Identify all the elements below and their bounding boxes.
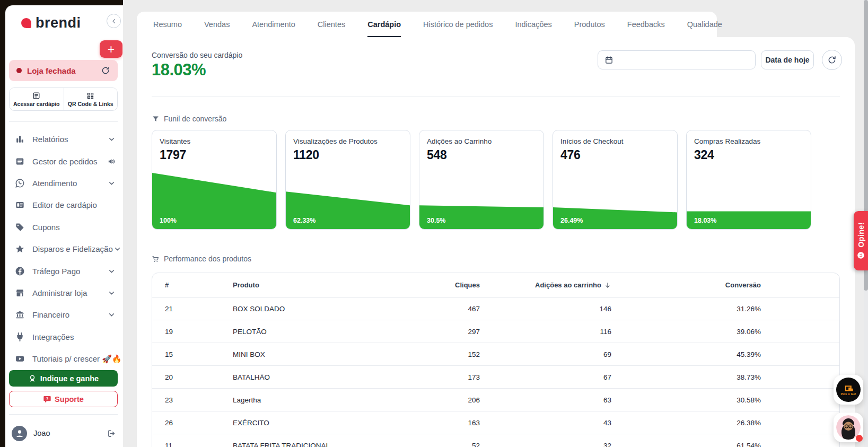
tab-vendas[interactable]: Vendas	[193, 12, 241, 37]
sidebar-item-relatrios[interactable]: Relatórios	[5, 128, 123, 150]
sidebar-header: brendi	[5, 14, 123, 32]
products-table: # Produto Cliques Adições ao carrinho Co…	[152, 273, 840, 447]
refresh-status-icon[interactable]	[101, 66, 110, 75]
support-agent-widget[interactable]	[834, 413, 863, 442]
opine-tab-content: Opine!	[854, 211, 868, 270]
user-name: Joao	[33, 429, 50, 437]
refresh-icon	[827, 55, 837, 65]
sidebar-item-atendimento[interactable]: Atendimento	[5, 172, 123, 194]
cell-rank: 26	[152, 419, 223, 427]
column-header-conversion[interactable]: Conversão	[616, 281, 765, 289]
tab-historico-de-pedidos[interactable]: Histórico de pedidos	[412, 12, 504, 37]
support-button[interactable]: ? Suporte	[9, 391, 118, 407]
table-row[interactable]: 19 PELOTÃO 297 116 39.06%	[152, 320, 839, 343]
cell-cart-adds: 63	[484, 396, 616, 404]
cell-product: PELOTÃO	[223, 328, 372, 336]
cell-clicks: 52	[372, 442, 484, 447]
tab-qualidade[interactable]: Qualidade	[676, 12, 733, 37]
sidebar-item-label: Integrações	[32, 332, 74, 341]
funnel-step-card[interactable]: Visitantes 1797 100%	[152, 130, 277, 230]
pickngo-chat-widget[interactable]: Pick n Go!	[834, 375, 863, 405]
tab-cardapio[interactable]: Cardápio	[356, 12, 412, 37]
sidebar-item-integraes[interactable]: Integrações	[5, 326, 123, 348]
cell-rank: 20	[152, 373, 223, 381]
funnel-section-title: Funil de conversão	[152, 115, 226, 123]
brendi-logo-text: brendi	[36, 15, 81, 31]
conversion-funnel: Visitantes 1797 100% Visualizações de Pr…	[152, 130, 811, 230]
table-row[interactable]: 20 BATALHÃO 173 67 38.73%	[152, 366, 839, 389]
sort-descending-icon[interactable]	[604, 282, 611, 289]
cell-product: MINI BOX	[223, 350, 372, 358]
date-range-picker[interactable]	[598, 50, 756, 69]
access-menu-button[interactable]: Acessar cardápio	[10, 88, 64, 110]
cell-product: BATALHÃO	[223, 373, 372, 381]
store-icon	[15, 288, 25, 298]
cell-conversion: 61.54%	[616, 442, 765, 447]
sidebar-item-administrar-loja[interactable]: Administrar loja	[5, 282, 123, 304]
sidebar-item-trfego-pago[interactable]: Tráfego Pago	[5, 260, 123, 282]
cardapio-report-panel: Conversão do seu cardápio 18.03% Data de…	[137, 37, 855, 447]
refer-and-earn-button[interactable]: Indique e ganhe	[9, 370, 118, 387]
sidebar-item-editor-de-cardpio[interactable]: Editor de cardápio	[5, 194, 123, 216]
funnel-step-card[interactable]: Visualizações de Produtos 1120 62.33%	[285, 130, 410, 230]
funnel-step-value: 476	[560, 148, 580, 162]
user-row[interactable]: Joao	[5, 419, 123, 447]
tab-indicacoes[interactable]: Indicações	[504, 12, 563, 37]
qr-code-links-button[interactable]: QR Code & Links	[64, 88, 118, 110]
column-header-clicks[interactable]: Cliques	[372, 281, 484, 289]
sidebar-item-tutoriais-p-crescer[interactable]: Tutoriais p/ crescer 🚀🔥	[5, 348, 123, 370]
feedback-opine-tab[interactable]: Opine!	[854, 211, 868, 270]
notification-dot	[856, 435, 863, 442]
tab-feedbacks[interactable]: Feedbacks	[616, 12, 676, 37]
pickngo-logo-icon	[844, 384, 853, 392]
svg-text:?: ?	[46, 396, 49, 401]
sidebar: brendi + Loja fechada Acessar cardápio Q…	[5, 5, 123, 447]
funnel-step-card[interactable]: Compras Realizadas 324 18.03%	[686, 130, 811, 230]
cell-rank: 23	[152, 396, 223, 404]
chevron-down-icon	[107, 267, 116, 276]
qr-code-links-label: QR Code & Links	[68, 101, 113, 107]
orders-icon	[15, 156, 25, 166]
funnel-step-card[interactable]: Inícios de Checkout 476 26.49%	[553, 130, 678, 230]
sidebar-item-financeiro[interactable]: Financeiro	[5, 304, 123, 326]
cell-product: Lagertha	[223, 396, 372, 404]
quick-actions: Acessar cardápio QR Code & Links	[9, 87, 118, 111]
chevron-down-icon	[107, 310, 116, 319]
chevron-down-icon	[113, 244, 122, 253]
table-row[interactable]: 26 EXÉRCITO 163 43 26.38%	[152, 411, 839, 434]
column-header-rank[interactable]: #	[152, 281, 223, 289]
sidebar-item-gestor-de-pedidos[interactable]: Gestor de pedidos	[5, 150, 123, 172]
funnel-step-label: Inícios de Checkout	[560, 137, 624, 145]
cell-cart-adds: 67	[484, 373, 616, 381]
products-section-title: Performance dos produtos	[152, 255, 251, 263]
funnel-step-percentage: 26.49%	[560, 217, 583, 224]
refresh-data-button[interactable]	[822, 50, 842, 70]
tab-produtos[interactable]: Produtos	[563, 12, 616, 37]
logout-icon[interactable]	[107, 429, 116, 438]
column-header-cart-adds[interactable]: Adições ao carrinho	[484, 281, 616, 289]
table-row[interactable]: 11 BATATA FRITA TRADICIONAL 52 32 61.54%	[152, 434, 839, 447]
tab-clientes[interactable]: Clientes	[306, 12, 356, 37]
cell-conversion: 39.06%	[616, 328, 765, 336]
add-button[interactable]: +	[100, 40, 122, 58]
sidebar-item-disparos-e-fidelizao[interactable]: Disparos e Fidelização	[5, 238, 123, 260]
cell-product: BOX SOLDADO	[223, 305, 372, 313]
cell-conversion: 38.73%	[616, 373, 765, 381]
funnel-step-card[interactable]: Adições ao Carrinho 548 30.5%	[419, 130, 544, 230]
store-status-banner[interactable]: Loja fechada	[9, 60, 118, 81]
table-row[interactable]: 21 BOX SOLDADO 467 146 31.26%	[152, 297, 839, 320]
tab-atendimento[interactable]: Atendimento	[241, 12, 306, 37]
sidebar-item-cupons[interactable]: Cupons	[5, 216, 123, 238]
sidebar-divider	[9, 414, 118, 415]
table-row[interactable]: 23 Lagertha 206 63 30.58%	[152, 389, 839, 411]
date-range-input[interactable]	[618, 56, 749, 64]
access-menu-label: Acessar cardápio	[13, 101, 60, 107]
table-row[interactable]: 15 MINI BOX 152 69 45.39%	[152, 343, 839, 366]
cell-conversion: 31.26%	[616, 305, 765, 313]
collapse-sidebar-button[interactable]	[107, 14, 121, 28]
brendi-logo: brendi	[21, 15, 81, 31]
tab-resumo[interactable]: Resumo	[142, 12, 193, 37]
column-header-product[interactable]: Produto	[223, 281, 372, 289]
whatsapp-icon	[15, 178, 25, 188]
today-button[interactable]: Data de hoje	[761, 50, 814, 69]
